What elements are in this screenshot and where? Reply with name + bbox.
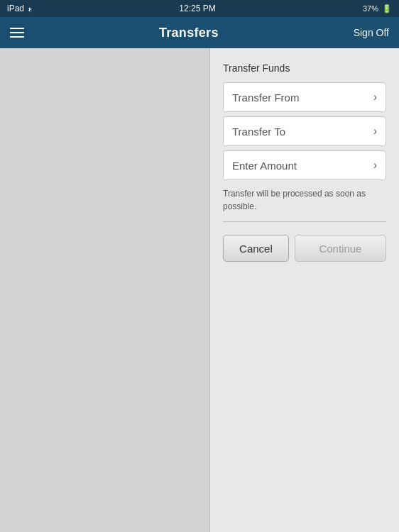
- continue-button[interactable]: Continue: [295, 235, 386, 262]
- nav-title: Transfers: [159, 26, 219, 40]
- divider: [223, 221, 386, 222]
- section-title: Transfer Funds: [223, 62, 386, 74]
- transfer-to-field[interactable]: Transfer To ›: [223, 116, 386, 146]
- sign-off-button[interactable]: Sign Off: [354, 27, 389, 38]
- status-time: 12:25 PM: [179, 4, 215, 13]
- transfer-from-label: Transfer From: [232, 92, 299, 104]
- transfer-from-chevron-icon: ›: [373, 91, 377, 104]
- transfer-from-field[interactable]: Transfer From ›: [223, 82, 386, 112]
- transfer-to-chevron-icon: ›: [373, 125, 377, 138]
- left-panel: [0, 48, 209, 532]
- status-bar: iPad 𝛆 12:25 PM 37% 🔋: [0, 0, 399, 17]
- cancel-button[interactable]: Cancel: [223, 235, 289, 262]
- battery-icon: 🔋: [382, 4, 392, 13]
- menu-button[interactable]: [10, 28, 24, 38]
- button-row: Cancel Continue: [223, 235, 386, 262]
- status-left: iPad 𝛆: [7, 4, 32, 13]
- right-panel: Transfer Funds Transfer From › Transfer …: [209, 48, 399, 532]
- enter-amount-chevron-icon: ›: [373, 159, 377, 172]
- note-text: Transfer will be processed as soon as po…: [223, 187, 386, 213]
- nav-bar: Transfers Sign Off: [0, 17, 399, 48]
- device-label: iPad: [7, 4, 24, 13]
- main-content: Transfer Funds Transfer From › Transfer …: [0, 48, 399, 532]
- enter-amount-label: Enter Amount: [232, 160, 297, 172]
- battery-label: 37%: [363, 4, 378, 13]
- wifi-icon: 𝛆: [28, 4, 32, 13]
- enter-amount-field[interactable]: Enter Amount ›: [223, 150, 386, 180]
- transfer-to-label: Transfer To: [232, 126, 285, 138]
- status-right: 37% 🔋: [363, 4, 392, 13]
